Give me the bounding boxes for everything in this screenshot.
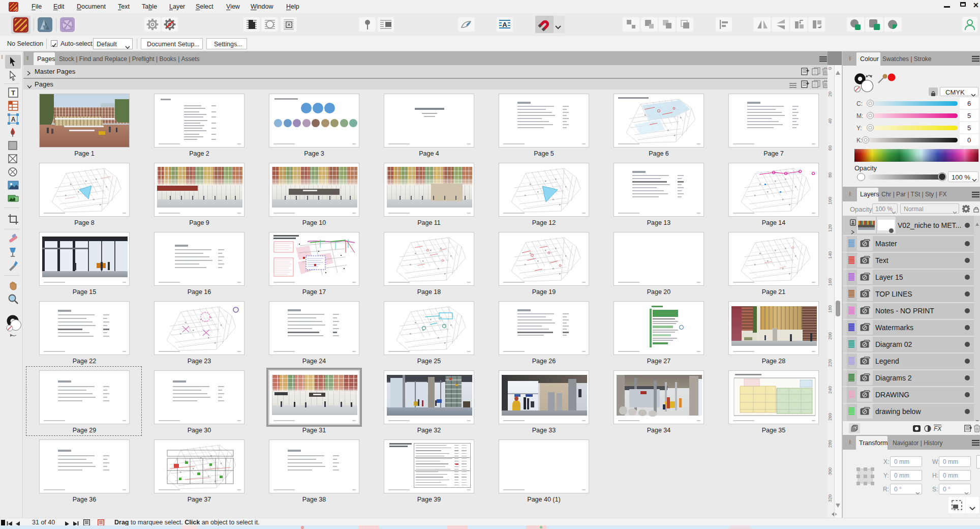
svg-text:A: A (502, 21, 507, 28)
svg-text:A: A (11, 116, 16, 123)
svg-text:T: T (11, 89, 15, 97)
